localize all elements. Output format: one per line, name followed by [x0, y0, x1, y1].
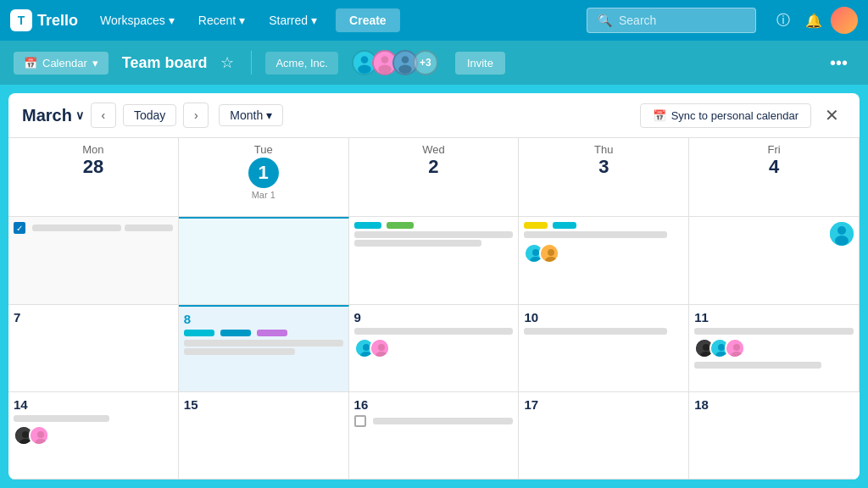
- chevron-down-icon: ▾: [266, 108, 272, 122]
- svg-point-22: [378, 344, 385, 351]
- svg-point-31: [733, 344, 740, 351]
- cell-3[interactable]: [519, 217, 689, 304]
- cell-7[interactable]: 7: [8, 305, 179, 392]
- cell-17[interactable]: 17: [519, 392, 689, 480]
- chevron-down-icon: ∨: [75, 108, 84, 122]
- chevron-down-icon: ▾: [92, 57, 98, 69]
- divider: [251, 51, 252, 75]
- workspace-button[interactable]: Acme, Inc.: [265, 52, 337, 75]
- checkbox-icon: [354, 415, 366, 427]
- svg-point-10: [532, 249, 539, 256]
- calendar-icon: 📅: [653, 109, 666, 122]
- day-header-fri: Fri 4: [689, 138, 860, 217]
- label-cyan: [354, 222, 381, 229]
- check-icon: ✓: [14, 222, 25, 234]
- svg-point-34: [22, 431, 29, 438]
- info-button[interactable]: ⓘ: [770, 7, 797, 34]
- label-green: [387, 222, 414, 229]
- svg-point-2: [358, 65, 371, 74]
- board-header: 📅 Calendar ▾ Team board ☆ Acme, Inc.: [0, 41, 868, 85]
- view-dropdown[interactable]: Month ▾: [219, 104, 283, 126]
- svg-point-8: [398, 65, 412, 74]
- search-box[interactable]: 🔍: [587, 8, 756, 33]
- day-header-tue: Tue 1 Mar 1: [179, 138, 349, 217]
- svg-point-25: [703, 344, 709, 351]
- avatar-fri11-3: [725, 338, 745, 358]
- star-button[interactable]: ☆: [217, 50, 237, 75]
- svg-point-16: [837, 226, 846, 235]
- label-yellow: [524, 222, 548, 229]
- cell-mar1[interactable]: [179, 217, 349, 304]
- label-blue-8: [220, 330, 251, 336]
- label-purple-8: [257, 330, 287, 336]
- chevron-down-icon: ▾: [169, 14, 175, 27]
- label-cyan-8: [184, 330, 214, 336]
- today-button[interactable]: Today: [123, 104, 176, 126]
- svg-point-17: [835, 236, 849, 246]
- cell-11[interactable]: 11: [689, 305, 860, 392]
- notifications-button[interactable]: 🔔: [800, 7, 827, 34]
- cell-2[interactable]: [349, 217, 520, 304]
- month-selector[interactable]: March ∨: [22, 106, 84, 125]
- more-button[interactable]: •••: [823, 50, 854, 76]
- trello-logo-icon: T: [10, 9, 32, 31]
- avatar-wed9-2: [370, 338, 390, 358]
- prev-month-button[interactable]: ‹: [91, 103, 116, 128]
- label-cyan2: [553, 222, 576, 229]
- create-button[interactable]: Create: [336, 8, 400, 32]
- invite-button[interactable]: Invite: [455, 52, 505, 75]
- cal-grid: Mon 28 Tue 1 Mar 1 Wed 2 Thu 3 Fri 4 ✓: [8, 138, 860, 480]
- cell-9[interactable]: 9: [349, 305, 520, 392]
- view-selector[interactable]: 📅 Calendar ▾: [14, 52, 108, 75]
- svg-point-13: [548, 249, 554, 256]
- logo: T Trello: [10, 9, 78, 31]
- workspaces-button[interactable]: Workspaces ▾: [92, 8, 183, 32]
- search-icon: 🔍: [598, 14, 612, 27]
- sync-calendar-button[interactable]: 📅 Sync to personal calendar: [640, 103, 811, 128]
- close-calendar-button[interactable]: ✕: [818, 102, 846, 129]
- recent-button[interactable]: Recent ▾: [190, 8, 253, 32]
- avatar-14-2: [29, 425, 49, 446]
- svg-point-5: [378, 65, 392, 74]
- cell-8[interactable]: 8: [179, 305, 349, 392]
- board-title: Team board: [122, 54, 208, 72]
- cell-28[interactable]: ✓: [8, 217, 179, 304]
- day-header-mon: Mon 28: [8, 138, 179, 217]
- cell-16[interactable]: 16: [349, 392, 520, 480]
- cell-14[interactable]: 14: [8, 392, 179, 480]
- starred-button[interactable]: Starred ▾: [260, 8, 326, 32]
- top-nav: T Trello Workspaces ▾ Recent ▾ Starred ▾…: [0, 0, 868, 41]
- user-avatar[interactable]: [831, 7, 858, 34]
- member-avatars: +3: [352, 50, 438, 75]
- avatar-thu-2: [539, 243, 559, 263]
- chevron-down-icon: ▾: [311, 14, 317, 27]
- search-input[interactable]: [619, 14, 737, 27]
- day-header-thu: Thu 3: [519, 138, 689, 217]
- cell-18[interactable]: 18: [689, 392, 860, 480]
- chevron-down-icon: ▾: [239, 14, 245, 27]
- avatar-fri: [830, 222, 854, 246]
- cell-15[interactable]: 15: [179, 392, 349, 480]
- cell-10[interactable]: 10: [519, 305, 689, 392]
- next-month-button[interactable]: ›: [183, 103, 209, 128]
- calendar-icon: 📅: [24, 57, 37, 69]
- svg-point-19: [363, 344, 370, 351]
- cell-4[interactable]: [689, 217, 860, 304]
- svg-point-37: [37, 431, 44, 438]
- cal-toolbar: March ∨ ‹ Today › Month ▾ 📅 Sync to pers…: [8, 93, 860, 138]
- day-header-wed: Wed 2: [349, 138, 520, 217]
- avatar-count[interactable]: +3: [413, 50, 438, 75]
- svg-point-28: [718, 344, 725, 351]
- logo-text: Trello: [37, 12, 78, 30]
- svg-point-7: [402, 56, 409, 64]
- calendar-area: March ∨ ‹ Today › Month ▾ 📅 Sync to pers…: [8, 93, 860, 480]
- nav-icons: ⓘ 🔔: [770, 7, 858, 34]
- svg-point-1: [361, 56, 369, 64]
- svg-point-4: [381, 56, 389, 64]
